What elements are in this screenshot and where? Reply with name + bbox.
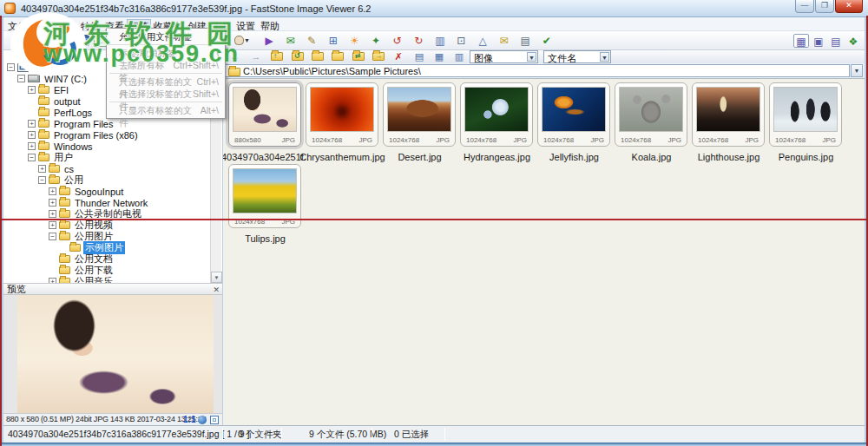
thumbnail-view-icon[interactable]: ▦ bbox=[431, 51, 448, 62]
collapse-icon[interactable]: − bbox=[28, 154, 36, 161]
email-icon[interactable]: ✉ bbox=[496, 34, 512, 48]
tag-menu-item[interactable]: 去除所有标签Ctrl+Shift+\ bbox=[107, 59, 225, 71]
windowed-view-icon[interactable]: ▤ bbox=[828, 35, 844, 49]
thumbnail-dimensions: 1024x768 bbox=[466, 136, 496, 144]
edit-image-icon[interactable]: ✎ bbox=[304, 34, 319, 48]
address-input[interactable]: C:\Users\Public\Pictures\Sample Pictures… bbox=[225, 64, 850, 77]
thumbnail-Chrysanthemum.jpg[interactable]: 1024x768JPGChrysanthemum.jpg bbox=[304, 82, 381, 162]
tree-item-Windows[interactable]: +Windows bbox=[3, 141, 222, 152]
hand-tool-icon[interactable]: ▼ bbox=[231, 34, 253, 48]
thumbnail-image bbox=[696, 87, 760, 132]
menu-item-色彩[interactable]: 色彩 bbox=[54, 19, 78, 32]
adjust-colors-icon[interactable]: ☀ bbox=[346, 34, 362, 48]
thumbnail-4034970a304e251f...[interactable]: 880x580JPG4034970a304e251f... bbox=[227, 82, 304, 162]
tree-item-Program Files (x86)[interactable]: +Program Files (x86) bbox=[3, 129, 222, 141]
tag-menu-item[interactable]: 只显示有标签的文件Alt+\ bbox=[107, 104, 225, 116]
thumbnail-grid: 880x580JPG4034970a304e251f...1024x768JPG… bbox=[223, 78, 865, 425]
preview-image bbox=[17, 295, 214, 413]
thumbnail-Desert.jpg[interactable]: 1024x768JPGDesert.jpg bbox=[381, 82, 458, 162]
print-icon[interactable]: ▤ bbox=[517, 34, 533, 48]
expand-icon[interactable]: + bbox=[17, 52, 25, 60]
chevron-down-icon[interactable]: ▼ bbox=[600, 52, 609, 62]
clone-stamp-icon[interactable]: ✦ bbox=[368, 34, 384, 48]
tag-menu-item[interactable]: 只选择有标签的文件Ctrl+\ bbox=[107, 75, 225, 88]
tree-item-Program Files[interactable]: +Program Files bbox=[3, 118, 222, 129]
tree-item-公用音乐[interactable]: +公用音乐 bbox=[3, 276, 222, 283]
thumbnail-Jellyfish.jpg[interactable]: 1024x768JPGJellyfish.jpg bbox=[536, 82, 613, 162]
faststone-window: 4034970a304e251f34b7c316a386c9177e3e539f… bbox=[0, 0, 868, 446]
collapse-icon[interactable]: − bbox=[38, 176, 46, 184]
rotate-left-icon[interactable]: ↺ bbox=[390, 34, 405, 48]
collapse-icon[interactable]: − bbox=[7, 63, 15, 71]
web-icon[interactable] bbox=[198, 416, 207, 424]
expand-icon[interactable]: + bbox=[49, 199, 56, 207]
address-dropdown-icon[interactable]: ▼ bbox=[851, 64, 863, 77]
menu-item-编辑[interactable]: 编辑 bbox=[30, 19, 54, 32]
expand-icon[interactable]: + bbox=[28, 131, 36, 139]
screen-capture-icon[interactable]: ⊡ bbox=[453, 34, 469, 48]
expand-icon[interactable]: + bbox=[28, 142, 36, 150]
tree-item-label: PerfLogs bbox=[52, 108, 94, 118]
expand-icon[interactable]: + bbox=[49, 187, 56, 195]
collapse-icon[interactable]: − bbox=[49, 233, 56, 240]
thumbnail-Lighthouse.jpg[interactable]: 1024x768JPGLighthouse.jpg bbox=[690, 82, 767, 162]
thumbnail-Penguins.jpg[interactable]: 1024x768JPGPenguins.jpg bbox=[767, 82, 845, 162]
tree-item-SogouInput[interactable]: +SogouInput bbox=[3, 186, 222, 197]
menu-item-文件[interactable]: 文件 bbox=[5, 19, 30, 32]
forward-icon[interactable]: → bbox=[247, 51, 265, 62]
expand-icon[interactable]: + bbox=[28, 86, 36, 94]
up-folder-icon[interactable]: ↑ bbox=[268, 51, 286, 62]
close-button[interactable]: ✕ bbox=[835, 0, 863, 13]
slideshow-icon[interactable]: ▶ bbox=[261, 34, 277, 48]
sort-dropdown[interactable]: 文件名 ▼ bbox=[543, 50, 611, 63]
expand-icon[interactable]: + bbox=[49, 221, 56, 229]
expand-icon[interactable]: + bbox=[28, 120, 36, 128]
tag-menu-item[interactable]: 只选择没标签的文件Shift+\ bbox=[107, 88, 225, 100]
menu-item-特效[interactable]: 特效 bbox=[78, 19, 102, 32]
fullscreen-icon[interactable]: ❖ bbox=[845, 35, 861, 49]
tag-menu-item[interactable]: 标签/取消标签\ bbox=[107, 47, 225, 59]
menu-item-帮助[interactable]: 帮助 bbox=[258, 19, 282, 32]
refresh-folder-icon[interactable]: ↺ bbox=[289, 51, 306, 62]
status-bar: 4034970a304e251f34b7c316a386c9177e3e539f… bbox=[3, 425, 865, 443]
rotate-right-icon[interactable]: ↻ bbox=[411, 34, 426, 48]
tree-item-公用[interactable]: −公用 bbox=[3, 174, 222, 186]
back-icon[interactable]: ← bbox=[227, 51, 244, 62]
thumbnail-Koala.jpg[interactable]: 1024x768JPGKoala.jpg bbox=[613, 82, 690, 162]
browser-view-icon[interactable]: ▦ bbox=[793, 34, 809, 48]
favorites-folder-icon[interactable] bbox=[309, 51, 326, 62]
compare-images-icon[interactable]: ▥ bbox=[432, 34, 448, 48]
save-icon[interactable] bbox=[78, 35, 89, 46]
tree-item-cs[interactable]: +cs bbox=[3, 163, 222, 174]
expand-icon[interactable]: + bbox=[38, 165, 46, 173]
status-file-count: 9 个文件 (5.70 MB) bbox=[309, 429, 386, 441]
preview-title: 预览 bbox=[7, 284, 26, 294]
new-folder-icon[interactable] bbox=[329, 51, 346, 62]
delete-icon[interactable]: ✗ bbox=[390, 51, 407, 62]
move-folder-icon[interactable]: → bbox=[370, 51, 387, 62]
copy-to-icon[interactable]: ⊞ bbox=[326, 34, 341, 48]
scroll-down-icon[interactable]: ▼ bbox=[211, 272, 222, 283]
draw-board-icon[interactable]: △ bbox=[475, 34, 490, 48]
settings-icon[interactable]: ✔ bbox=[539, 34, 555, 48]
file-filter-dropdown[interactable]: 图像 ▼ bbox=[470, 50, 538, 63]
folder-icon bbox=[59, 210, 70, 218]
minimize-button[interactable]: — bbox=[795, 0, 814, 13]
email-image-icon[interactable]: ✉ bbox=[283, 34, 299, 48]
collapse-icon[interactable]: − bbox=[17, 75, 25, 82]
list-view-icon[interactable]: ▥ bbox=[450, 51, 468, 62]
fit-window-icon[interactable] bbox=[210, 416, 219, 424]
expand-icon[interactable]: + bbox=[49, 210, 56, 218]
thumbnail-Hydrangeas.jpg[interactable]: 1024x768JPGHydrangeas.jpg bbox=[458, 82, 536, 162]
thumbnail-Tulips.jpg[interactable]: 1024x768JPGTulips.jpg bbox=[227, 164, 304, 244]
copy-folder-icon[interactable]: ⇄ bbox=[350, 51, 367, 62]
chevron-down-icon[interactable]: ▼ bbox=[527, 52, 536, 62]
maximize-button[interactable]: ❐ bbox=[815, 0, 834, 13]
viewer-view-icon[interactable]: ▣ bbox=[811, 35, 826, 49]
details-view-icon[interactable]: ▤ bbox=[411, 51, 428, 62]
folder-icon bbox=[38, 131, 49, 139]
tag-menu-item[interactable]: 允许使用文件标签 bbox=[107, 30, 225, 43]
right-panel: 图像 ▼ 文件名 ▼ ←→↑↺⇄→✗▤▦▥ C:\Users\Public\Pi… bbox=[223, 50, 865, 425]
tree-item-用户[interactable]: −用户 bbox=[3, 152, 222, 163]
menu-item-设置[interactable]: 设置 bbox=[233, 19, 258, 32]
